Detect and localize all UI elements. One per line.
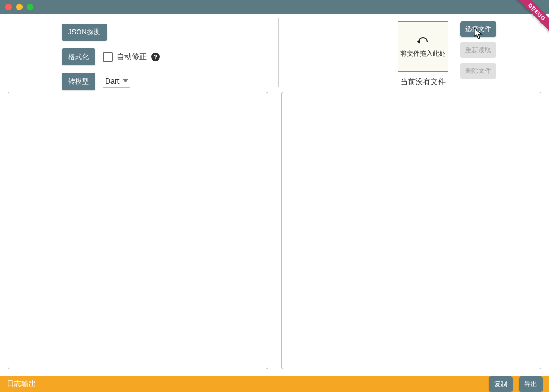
main-content: JSON探测 格式化 自动修正 ? 转模型 Dart <box>0 14 549 376</box>
file-dropzone[interactable]: 将文件拖入此处 <box>398 21 448 72</box>
reread-file-button: 重新读取 <box>460 42 496 58</box>
autofix-checkbox-wrap[interactable]: 自动修正 ? <box>103 52 160 62</box>
editor-panes <box>0 92 549 376</box>
window-minimize-button[interactable] <box>16 4 23 10</box>
file-panel: 将文件拖入此处 当前没有文件 选择文件 重新读取 删除文件 <box>279 18 549 87</box>
dropzone-text: 将文件拖入此处 <box>400 49 446 58</box>
undo-arrow-icon <box>417 35 429 45</box>
titlebar <box>0 0 549 14</box>
json-probe-button[interactable]: JSON探测 <box>62 24 107 41</box>
to-model-button[interactable]: 转模型 <box>62 73 95 90</box>
copy-button[interactable]: 复制 <box>489 376 513 392</box>
top-panel: JSON探测 格式化 自动修正 ? 转模型 Dart <box>0 14 549 92</box>
delete-file-button: 删除文件 <box>460 63 496 79</box>
left-editor-pane[interactable] <box>8 92 268 369</box>
select-file-button[interactable]: 选择文件 <box>460 21 496 37</box>
right-editor-pane[interactable] <box>281 92 542 369</box>
export-button[interactable]: 导出 <box>519 376 543 392</box>
language-select-value: Dart <box>105 77 119 85</box>
window-close-button[interactable] <box>5 4 12 10</box>
controls-panel: JSON探测 格式化 自动修正 ? 转模型 Dart <box>0 18 279 87</box>
no-file-text: 当前没有文件 <box>400 77 446 87</box>
format-button[interactable]: 格式化 <box>62 48 95 65</box>
language-select[interactable]: Dart <box>103 76 130 88</box>
chevron-down-icon <box>123 79 128 82</box>
window-maximize-button[interactable] <box>27 4 33 10</box>
autofix-checkbox[interactable] <box>103 52 113 62</box>
help-icon[interactable]: ? <box>151 53 160 61</box>
log-bar: 日志输出 复制 导出 <box>0 376 549 392</box>
log-title: 日志输出 <box>6 379 36 389</box>
autofix-label: 自动修正 <box>117 52 147 62</box>
